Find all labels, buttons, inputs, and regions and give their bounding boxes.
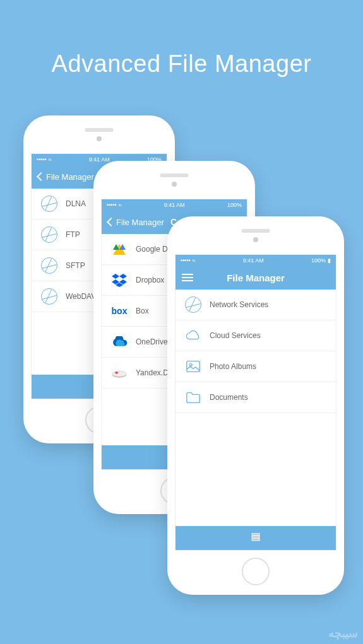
status-bar: •••••≈ 9:41 AM 100%▮ [176,255,336,266]
yandex-disk-icon [110,364,128,382]
list-item-label: DLNA [66,199,86,208]
dropbox-icon [110,271,128,289]
status-bar: •••••≈ 9:41 AM 100% [102,199,247,210]
list-item-label: SFTP [66,261,85,270]
tab-bar [176,526,336,550]
list-item-label: WebDAV [66,292,96,301]
network-icon [184,296,202,313]
svg-rect-6 [252,536,259,538]
svg-rect-7 [252,539,259,541]
list-item-label: Box [136,307,149,315]
network-icon [40,257,58,274]
chevron-left-icon [37,172,45,181]
phone-file-manager-main: •••••≈ 9:41 AM 100%▮ File Manager Networ… [167,216,344,595]
svg-point-4 [189,363,192,366]
nav-title: File Manager [227,272,285,283]
list-item-label: Dropbox [136,276,164,284]
back-button[interactable]: File Manager [38,172,94,182]
list-item-label: Photo Albums [210,362,256,371]
page-headline: Advanced File Manager [0,50,363,78]
onedrive-icon [110,333,128,351]
google-drive-icon [110,240,128,258]
back-button[interactable]: File Manager [108,218,164,227]
network-icon [40,195,58,213]
svg-point-2 [115,372,118,374]
photo-icon [184,358,202,375]
stack-icon[interactable] [249,530,262,546]
list-item-documents[interactable]: Documents [176,382,336,413]
phones-showcase: •••••≈ 9:41 AM 100% File Manager Ne DLNA [0,115,363,633]
svg-rect-5 [252,534,259,536]
svg-point-1 [112,371,127,377]
nav-bar: File Manager [176,266,336,290]
box-icon: box [110,302,128,320]
phone-home-button [242,558,270,585]
list-item-network-services[interactable]: Network Services [176,290,336,320]
folder-icon [184,389,202,406]
list-item-label: Cloud Services [210,331,261,340]
menu-icon[interactable] [182,274,193,281]
list-item-label: Network Services [210,300,268,309]
network-icon [40,226,58,243]
list-item-label: FTP [66,230,80,239]
list-item-label: Documents [210,393,248,402]
list-item-photo-albums[interactable]: Photo Albums [176,351,336,382]
list-item-cloud-services[interactable]: Cloud Services [176,320,336,351]
network-icon [40,288,58,305]
list-item-label: OneDrive [136,337,168,346]
watermark: سیبچه [328,626,358,640]
cloud-icon [184,327,202,344]
svg-rect-3 [187,361,199,372]
chevron-left-icon [107,218,116,226]
